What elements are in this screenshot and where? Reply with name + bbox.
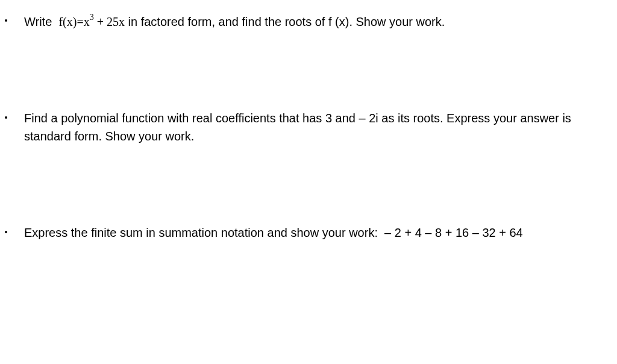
math-base: x: [84, 15, 90, 28]
bullet-icon: [5, 116, 7, 119]
problem-2-text: Find a polynomial function with real coe…: [24, 109, 603, 145]
problem-3: Express the finite sum in summation nota…: [0, 224, 617, 242]
math-tail: + 25x: [94, 15, 125, 28]
problem-1-suffix: in factored form, and find the roots of …: [125, 15, 445, 28]
problem-1-text: Write f(x)=x3 + 25x in factored form, an…: [24, 12, 445, 31]
problem-1: Write f(x)=x3 + 25x in factored form, an…: [0, 12, 617, 31]
math-exponent: 3: [90, 13, 94, 22]
math-x: x: [67, 15, 73, 28]
bullet-icon: [5, 231, 7, 233]
math-equals: =: [77, 15, 83, 28]
problem-2: Find a polynomial function with real coe…: [0, 109, 617, 145]
problem-1-prefix: Write: [24, 15, 58, 28]
bullet-icon: [5, 19, 7, 22]
math-paren-open: (: [63, 15, 67, 28]
problem-3-text: Express the finite sum in summation nota…: [24, 224, 523, 242]
